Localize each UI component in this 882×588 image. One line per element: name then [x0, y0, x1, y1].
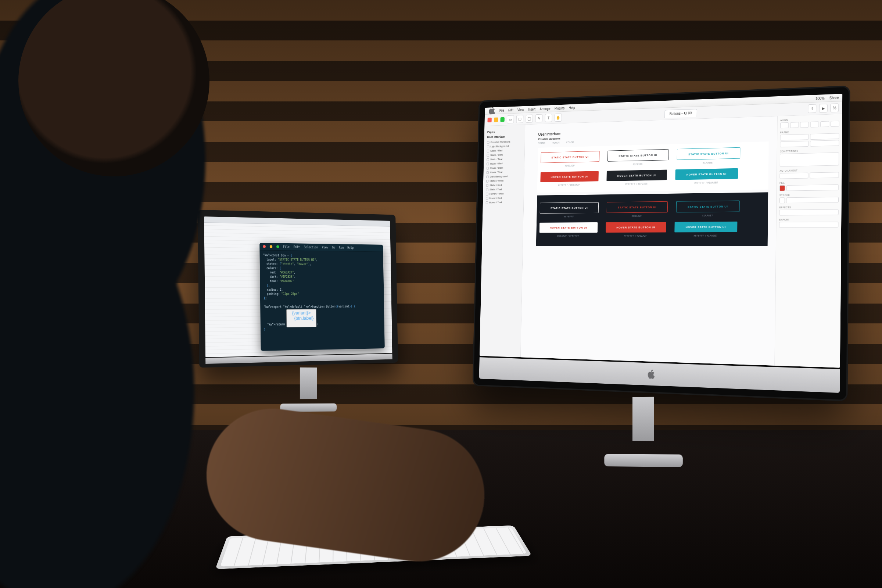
primary-monitor-stand [604, 396, 682, 467]
swatch-caption: #D63A2F [565, 164, 575, 167]
static-button-red-outline[interactable]: STATIC STATE BUTTON UI [541, 151, 599, 163]
menu-insert[interactable]: Insert [528, 107, 536, 111]
menu-help[interactable]: Help [569, 106, 575, 110]
menubar-share[interactable]: Share [830, 96, 839, 100]
primary-monitor: File Edit View Insert Arrange Plugins He… [472, 86, 850, 402]
apple-logo-icon [646, 369, 655, 380]
move-tool-button[interactable]: ▭ [507, 115, 514, 123]
hover-button-white[interactable]: HOVER STATE BUTTON UI [540, 222, 598, 232]
code-editor-window[interactable]: File Edit Selection View Go Run Help "kw… [260, 243, 385, 351]
swatch-caption: #FFFFFF / #1AA6B7 [694, 181, 718, 184]
minimize-icon[interactable] [494, 117, 498, 122]
static-button-white-outline[interactable]: STATIC STATE BUTTON UI [540, 202, 598, 213]
zoom-button[interactable]: % [830, 103, 838, 112]
code-menu-selection[interactable]: Selection [304, 246, 318, 249]
layer-item[interactable]: Hover / Teal [486, 200, 521, 205]
layers-panel[interactable]: Page 1 User Interface Possible Variation… [480, 124, 525, 357]
swatch-caption: #1F2328 [633, 163, 643, 165]
hover-button-red-dark[interactable]: HOVER STATE BUTTON UI [606, 222, 666, 232]
static-button-dark-outline[interactable]: STATIC STATE BUTTON UI [608, 149, 669, 162]
static-button-teal-outline-dark[interactable]: STATIC STATE BUTTON UI [676, 201, 740, 212]
hand-tool-button[interactable]: ✋ [555, 114, 562, 122]
menu-arrange[interactable]: Arrange [540, 106, 550, 111]
code-menu-go[interactable]: Go [332, 246, 335, 249]
swatch-caption: #D63A2F / #FFFFFF [557, 235, 579, 237]
workspace-photo: File Edit Selection View Go Run Help "kw… [0, 0, 882, 588]
static-button-teal-outline[interactable]: STATIC STATE BUTTON UI [677, 147, 741, 160]
swatch-caption: #1AA6B7 [703, 161, 713, 164]
inspector-panel[interactable]: Align Frame Constraints Auto Layout Fill… [774, 114, 842, 368]
minimize-icon[interactable] [270, 245, 272, 248]
menubar-zoom[interactable]: 100% [816, 96, 824, 101]
share-button[interactable]: ⇪ [808, 104, 816, 113]
dark-background-section: STATIC STATE BUTTON UI #FFFFFF STATIC ST… [536, 192, 768, 246]
menu-plugins[interactable]: Plugins [555, 106, 564, 110]
light-background-section: STATIC STATE BUTTON UI #D63A2F STATIC ST… [537, 141, 769, 193]
swatch-caption: #FFFFFF / #1AA6B7 [693, 234, 717, 237]
maximize-icon[interactable] [276, 245, 279, 248]
hover-button-teal-dark[interactable]: HOVER STATE BUTTON UI [674, 222, 737, 232]
code-editor-body[interactable]: "kw">const btn = { label: "STATIC STATE … [260, 250, 384, 335]
close-icon[interactable] [487, 118, 491, 122]
menu-view[interactable]: View [518, 108, 524, 112]
design-canvas[interactable]: User Interface Possible Variations STATI… [521, 116, 777, 365]
swatch-caption: #1AA6B7 [702, 214, 712, 217]
inspector-stroke-label: Stroke [780, 193, 838, 196]
static-button-red-outline-dark[interactable]: STATIC STATE BUTTON UI [607, 201, 668, 213]
frame-tool-button[interactable]: ▢ [516, 115, 524, 123]
code-menu-file[interactable]: File [283, 245, 290, 248]
hover-button-red[interactable]: HOVER STATE BUTTON UI [540, 171, 598, 182]
menu-file[interactable]: File [500, 108, 504, 112]
inspector-effects-label: Effects [779, 206, 838, 208]
code-menu-view[interactable]: View [322, 246, 328, 249]
inspector-export-label: Export [779, 218, 838, 221]
code-menu-help[interactable]: Help [347, 246, 354, 249]
pen-tool-button[interactable]: ✎ [535, 114, 542, 123]
inspector-layout-label: Auto Layout [780, 168, 839, 172]
secondary-monitor-stand [280, 367, 337, 412]
code-menu-edit[interactable]: Edit [294, 246, 300, 249]
fill-swatch[interactable] [780, 185, 785, 191]
swatch-caption: #D63A2F [632, 214, 642, 217]
close-icon[interactable] [263, 245, 266, 248]
swatch-caption: #FFFFFF [564, 215, 574, 218]
shape-tool-button[interactable]: ◯ [525, 115, 533, 123]
inspector-fill-label: Fill [780, 181, 838, 184]
artboard: User Interface Possible Variations STATI… [536, 125, 769, 246]
layers-page-label[interactable]: Page 1 [487, 129, 523, 134]
maximize-icon[interactable] [500, 117, 504, 122]
swatch-caption: #FFFFFF / #D63A2F [558, 184, 580, 186]
menu-edit[interactable]: Edit [508, 108, 513, 112]
play-button[interactable]: ▶ [819, 104, 828, 112]
inspector-constraints-label: Constraints [780, 149, 839, 153]
swatch-caption: #FFFFFF / #1F2328 [625, 183, 648, 186]
document-tab[interactable]: Buttons – UI Kit [665, 109, 697, 118]
text-tool-button[interactable]: T [545, 114, 552, 122]
swatch-caption: #FFFFFF / #D63A2F [624, 234, 647, 237]
artboard-title-layer[interactable]: User Interface [487, 135, 522, 139]
hover-button-dark[interactable]: HOVER STATE BUTTON UI [606, 170, 667, 181]
code-menu-run[interactable]: Run [339, 246, 344, 249]
hover-button-teal[interactable]: HOVER STATE BUTTON UI [675, 168, 738, 180]
